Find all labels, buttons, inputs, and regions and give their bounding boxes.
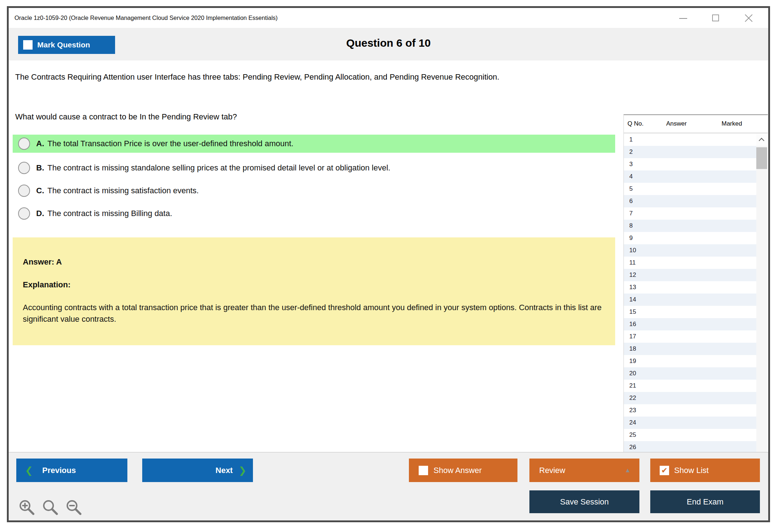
column-header-qno: Q No. <box>627 120 643 127</box>
row-question-number: 22 <box>624 394 662 402</box>
row-question-number: 17 <box>624 333 662 340</box>
question-area: The Contracts Requiring Attention user I… <box>9 60 768 452</box>
question-list-row[interactable]: 19 <box>624 355 756 367</box>
option-c[interactable]: C. The contract is missing satisfaction … <box>13 182 615 200</box>
column-header-answer: Answer <box>666 120 687 127</box>
show-answer-checkbox[interactable] <box>419 466 428 475</box>
question-list-row[interactable]: 25 <box>624 429 756 441</box>
option-a[interactable]: A. The total Transaction Price is over t… <box>13 135 615 153</box>
row-question-number: 11 <box>624 259 662 266</box>
chevron-right-icon: ❯ <box>238 466 246 475</box>
row-question-number: 10 <box>624 247 662 254</box>
minimize-icon[interactable] <box>677 8 689 28</box>
end-exam-button[interactable]: End Exam <box>650 490 760 513</box>
option-text: The contract is missing standalone selli… <box>47 163 390 173</box>
row-question-number: 2 <box>624 148 662 156</box>
question-text: The Contracts Requiring Attention user I… <box>15 71 616 83</box>
question-list-row[interactable]: 4 <box>624 170 756 183</box>
explanation-heading: Explanation: <box>23 279 605 291</box>
question-list-scrollbar[interactable] <box>756 134 767 503</box>
option-a-radio[interactable] <box>18 138 30 150</box>
review-button[interactable]: Review ▲ <box>529 459 639 482</box>
question-list-row[interactable]: 23 <box>624 404 756 417</box>
option-letter: B. <box>36 163 44 173</box>
zoom-in-icon[interactable] <box>18 499 35 516</box>
question-list-row[interactable]: 17 <box>624 330 756 343</box>
save-session-button[interactable]: Save Session <box>529 490 639 513</box>
app-window: Oracle 1z0-1059-20 (Oracle Revenue Manag… <box>7 6 770 522</box>
question-list-row[interactable]: 5 <box>624 183 756 195</box>
answer-line: Answer: A <box>23 256 605 268</box>
question-list-row[interactable]: 13 <box>624 281 756 294</box>
option-text: The total Transaction Price is over the … <box>47 139 293 148</box>
option-text: The contract is missing Billing data. <box>47 209 172 218</box>
question-list-row[interactable]: 26 <box>624 441 756 453</box>
question-list-row[interactable]: 11 <box>624 257 756 269</box>
question-list-row[interactable]: 14 <box>624 294 756 306</box>
option-c-radio[interactable] <box>18 185 30 197</box>
show-answer-button[interactable]: Show Answer <box>409 459 517 482</box>
previous-label: Previous <box>42 466 76 475</box>
question-list-row[interactable]: 18 <box>624 343 756 355</box>
question-list-row[interactable]: 16 <box>624 318 756 330</box>
question-prompt: What would cause a contract to be In the… <box>15 111 616 123</box>
row-question-number: 1 <box>624 136 662 143</box>
scrollbar-up-arrow-icon[interactable] <box>756 134 767 146</box>
question-list-row[interactable]: 2 <box>624 146 756 158</box>
option-b[interactable]: B. The contract is missing standalone se… <box>13 159 615 177</box>
question-list-row[interactable]: 3 <box>624 158 756 170</box>
option-text: The contract is missing satisfaction eve… <box>47 186 199 195</box>
show-list-button[interactable]: ✔ Show List <box>650 459 760 482</box>
question-list-rows: 1 2 3 4 5 6 7 8 9 10 11 <box>624 134 756 503</box>
previous-button[interactable]: ❮ Previous <box>16 459 127 482</box>
row-question-number: 12 <box>624 271 662 279</box>
row-question-number: 18 <box>624 345 662 352</box>
maximize-icon[interactable] <box>710 8 722 28</box>
row-question-number: 14 <box>624 296 662 303</box>
close-icon[interactable] <box>743 8 755 28</box>
question-list-header: Q No. Answer Marked <box>624 115 768 133</box>
end-exam-label: End Exam <box>687 497 724 507</box>
question-list-row[interactable]: 6 <box>624 195 756 207</box>
title-bar: Oracle 1z0-1059-20 (Oracle Revenue Manag… <box>9 8 768 28</box>
show-list-checkbox[interactable]: ✔ <box>660 466 669 475</box>
question-list-row[interactable]: 24 <box>624 417 756 429</box>
question-list-row[interactable]: 15 <box>624 306 756 318</box>
explanation-panel: Answer: A Explanation: Accounting contra… <box>13 237 615 345</box>
zoom-toolbar <box>18 499 83 516</box>
question-list-row[interactable]: 8 <box>624 220 756 232</box>
checkmark-icon: ✔ <box>661 466 668 474</box>
scrollbar-thumb[interactable] <box>756 147 767 169</box>
row-question-number: 9 <box>624 235 662 242</box>
zoom-out-icon[interactable] <box>65 499 83 516</box>
question-list-row[interactable]: 10 <box>624 244 756 257</box>
row-question-number: 16 <box>624 321 662 328</box>
chevron-left-icon: ❮ <box>25 466 33 475</box>
question-list-row[interactable]: 20 <box>624 367 756 380</box>
question-list-row[interactable]: 22 <box>624 392 756 404</box>
question-list-row[interactable]: 1 <box>624 134 756 146</box>
option-d-radio[interactable] <box>18 207 30 220</box>
magnifier-icon[interactable] <box>42 499 59 516</box>
explanation-body: Accounting contracts with a total transa… <box>23 302 605 325</box>
question-counter: Question 6 of 10 <box>9 37 768 49</box>
column-header-marked: Marked <box>722 120 742 127</box>
header-band: Mark Question Question 6 of 10 <box>9 28 768 60</box>
question-list-row[interactable]: 7 <box>624 207 756 220</box>
save-session-label: Save Session <box>560 497 609 507</box>
row-question-number: 15 <box>624 308 662 316</box>
option-letter: A. <box>36 139 44 148</box>
row-question-number: 26 <box>624 444 662 451</box>
option-b-radio[interactable] <box>18 162 30 174</box>
question-list-row[interactable]: 21 <box>624 380 756 392</box>
option-d[interactable]: D. The contract is missing Billing data. <box>13 204 615 223</box>
question-list-row[interactable]: 12 <box>624 269 756 281</box>
option-letter: D. <box>36 209 44 218</box>
next-button[interactable]: Next ❯ <box>142 459 253 482</box>
row-question-number: 13 <box>624 284 662 291</box>
show-answer-label: Show Answer <box>434 466 482 475</box>
triangle-up-icon: ▲ <box>625 467 631 473</box>
row-question-number: 24 <box>624 419 662 426</box>
row-question-number: 3 <box>624 161 662 168</box>
question-list-row[interactable]: 9 <box>624 232 756 244</box>
